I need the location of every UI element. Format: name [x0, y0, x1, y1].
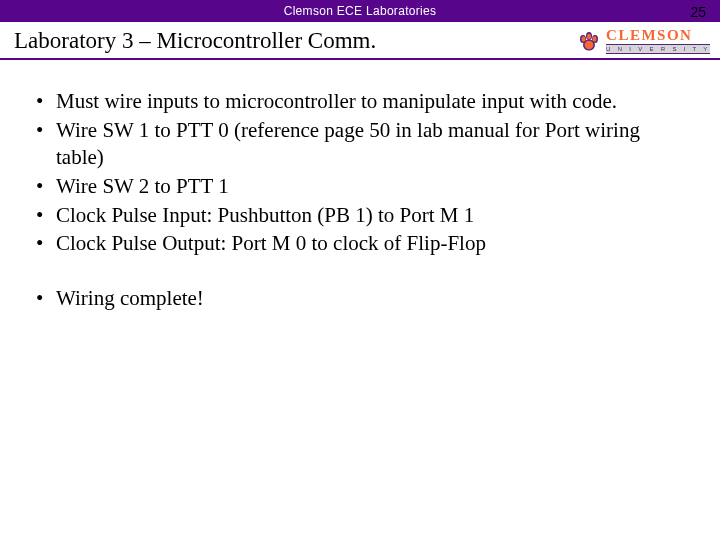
header-top-label: Clemson ECE Laboratories — [284, 4, 437, 18]
bullet-list-main: Must wire inputs to microcontroller to m… — [30, 88, 690, 257]
clemson-logo: CLEMSON U N I V E R S I T Y — [576, 28, 710, 54]
svg-point-6 — [587, 34, 591, 40]
page-number: 25 — [690, 4, 706, 20]
list-item: Must wire inputs to microcontroller to m… — [30, 88, 690, 115]
slide-title: Laboratory 3 – Microcontroller Comm. — [14, 28, 376, 54]
list-item: Wiring complete! — [30, 285, 690, 312]
list-item: Wire SW 2 to PTT 1 — [30, 173, 690, 200]
logo-text: CLEMSON U N I V E R S I T Y — [606, 28, 710, 54]
svg-point-7 — [593, 36, 597, 42]
list-item: Clock Pulse Input: Pushbutton (PB 1) to … — [30, 202, 690, 229]
list-item: Wire SW 1 to PTT 0 (reference page 50 in… — [30, 117, 690, 171]
bullet-list-secondary: Wiring complete! — [30, 285, 690, 312]
title-row: Laboratory 3 – Microcontroller Comm. CLE… — [0, 22, 720, 60]
svg-point-5 — [582, 36, 586, 42]
content-area: Must wire inputs to microcontroller to m… — [0, 60, 720, 312]
svg-point-4 — [585, 41, 594, 49]
list-item: Clock Pulse Output: Port M 0 to clock of… — [30, 230, 690, 257]
header-bar: Clemson ECE Laboratories — [0, 0, 720, 22]
paw-icon — [576, 28, 602, 54]
logo-subtext: U N I V E R S I T Y — [606, 44, 710, 54]
logo-word: CLEMSON — [606, 28, 710, 43]
